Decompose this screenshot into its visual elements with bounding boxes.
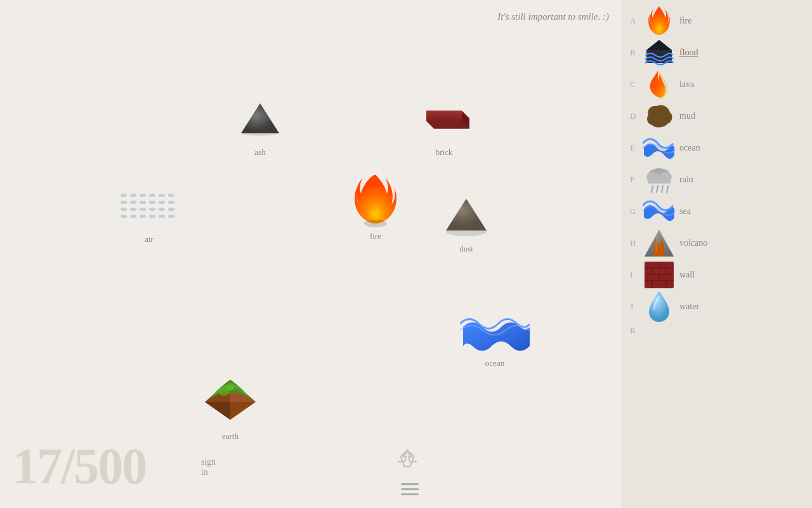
fire-label: fire [370,231,381,241]
sidebar-volcano-icon [643,230,676,257]
sidebar-sea-icon [643,198,676,225]
svg-point-39 [226,385,234,391]
svg-rect-13 [121,201,127,204]
sidebar-letter-d: D [630,111,643,121]
recycle-icon[interactable] [396,448,419,471]
sidebar-rain-label: rain [679,175,693,185]
sidebar-sea-label: sea [679,206,691,217]
dust-label: dust [459,244,473,254]
svg-rect-23 [159,208,165,211]
sidebar-item-sea[interactable]: G sea [622,196,812,227]
sidebar-item-fire[interactable]: A fire [622,5,812,37]
svg-marker-6 [426,121,469,128]
svg-point-31 [364,220,387,227]
sidebar: A fire B [622,0,812,508]
svg-rect-20 [130,208,136,211]
svg-rect-8 [130,194,136,197]
earth-icon [202,375,259,429]
svg-rect-15 [140,201,146,204]
svg-rect-17 [159,201,165,204]
action-area: sign in [396,448,419,495]
canvas-area: ash brick [0,0,622,508]
svg-rect-12 [168,194,174,197]
sidebar-letter-j: J [630,302,643,312]
dust-icon [441,190,492,241]
sidebar-letter-g: G [630,206,643,217]
earth-label: earth [222,431,239,441]
svg-marker-2 [241,104,279,133]
sidebar-item-flood[interactable]: B flood [622,37,812,69]
sidebar-letter-c: C [630,79,643,90]
sidebar-letter-a: A [630,16,643,26]
svg-marker-41 [646,40,672,50]
svg-rect-7 [121,194,127,197]
svg-rect-26 [130,215,136,218]
sidebar-wall-label: wall [679,270,695,280]
sidebar-item-volcano[interactable]: H volcano [622,227,812,259]
svg-rect-10 [149,194,155,197]
sidebar-letter-h: H [630,238,643,248]
menu-button[interactable] [401,483,419,495]
svg-rect-14 [130,201,136,204]
sidebar-letter-r: R [630,326,643,336]
svg-rect-16 [149,201,155,204]
sidebar-lava-label: lava [679,79,694,90]
ash-icon [235,94,285,145]
sidebar-water-icon [643,293,676,320]
sign-in-button[interactable]: sign in [201,457,216,478]
svg-rect-21 [140,208,146,211]
sidebar-volcano-label: volcano [679,238,707,248]
ocean-label: ocean [485,358,504,368]
element-ocean[interactable]: ocean [460,311,530,368]
sidebar-letter-f: F [630,175,643,185]
svg-rect-29 [159,215,165,218]
svg-line-47 [657,186,658,192]
svg-rect-28 [149,215,155,218]
sidebar-mud-icon [643,103,676,130]
svg-rect-24 [168,208,174,211]
ocean-icon [460,311,530,356]
sidebar-item-rain[interactable]: F rain [622,164,812,196]
svg-line-49 [667,186,668,192]
sidebar-item-wall[interactable]: I wall [622,259,812,291]
svg-rect-30 [168,215,174,218]
ash-label: ash [254,147,265,157]
svg-point-37 [219,389,229,396]
sidebar-mud-label: mud [679,111,695,121]
element-ash[interactable]: ash [235,94,285,157]
fire-icon [350,171,401,229]
element-fire[interactable]: fire [350,171,401,241]
sidebar-item-ocean[interactable]: E ocean [622,132,812,164]
element-air[interactable]: air [117,187,181,244]
svg-marker-33 [446,199,487,231]
sidebar-item-more: R [622,323,812,338]
air-icon [117,187,181,232]
sidebar-flood-label: flood [679,48,698,58]
element-earth[interactable]: earth [202,375,259,441]
svg-rect-18 [168,201,174,204]
sidebar-fire-icon [643,8,676,34]
svg-marker-36 [205,402,230,420]
element-brick[interactable]: brick [419,94,469,157]
svg-rect-11 [159,194,165,197]
sidebar-lava-icon [643,71,676,98]
brick-label: brick [436,147,453,157]
svg-rect-45 [648,177,671,184]
sidebar-wall-icon [643,262,676,288]
sidebar-letter-b: B [630,48,643,58]
score-display: 17/500 [13,438,146,495]
svg-rect-22 [149,208,155,211]
brick-icon [419,94,469,145]
sidebar-item-lava[interactable]: C lava [622,69,812,100]
sidebar-letter-i: I [630,270,643,280]
svg-rect-19 [121,208,127,211]
svg-line-46 [652,186,653,192]
svg-rect-9 [140,194,146,197]
sidebar-fire-label: fire [679,16,691,26]
svg-rect-27 [140,215,146,218]
element-dust[interactable]: dust [441,190,492,254]
sidebar-ocean-icon [643,135,676,161]
sidebar-item-water[interactable]: J water [622,291,812,323]
sidebar-item-mud[interactable]: D mud [622,100,812,132]
svg-rect-25 [121,215,127,218]
